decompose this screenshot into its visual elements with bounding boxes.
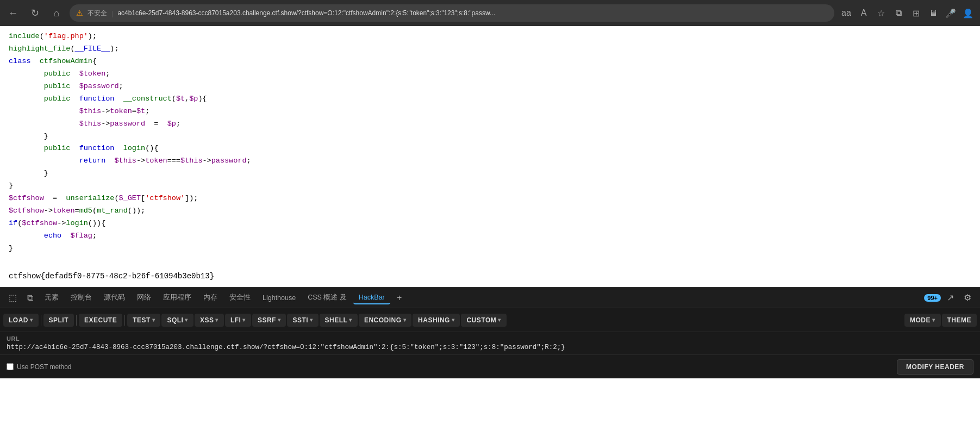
- browser-actions: аа A ☆ ⧉ ⊞ 🖥 🎤 👤: [839, 5, 976, 21]
- code-line: $ctfshow = unserialize($_GET['ctfshow'])…: [9, 192, 971, 205]
- lfi-chevron: ▾: [242, 317, 246, 323]
- tab-console[interactable]: 控制台: [65, 291, 97, 304]
- tab-memory[interactable]: 内存: [198, 291, 223, 304]
- hackbar-url-area: URL http://ac4b1c6e-25d7-4843-8963-ccc87…: [0, 332, 980, 354]
- reload-button[interactable]: ↻: [26, 4, 43, 22]
- favorites-btn[interactable]: ⊞: [908, 5, 923, 21]
- sqli-chevron: ▾: [185, 317, 188, 323]
- browser-chrome: ← ↻ ⌂ ⚠ 不安全 | ac4b1c6e-25d7-4843-8963-cc…: [0, 0, 980, 26]
- split-button[interactable]: SPLIT: [43, 314, 74, 327]
- ssrf-button[interactable]: SSRF ▾: [252, 314, 286, 327]
- not-secure-label: 不安全: [88, 9, 107, 18]
- code-line: include('flag.php');: [9, 30, 971, 43]
- theme-button[interactable]: THEME: [942, 314, 977, 327]
- separator-3: [124, 315, 125, 326]
- separator-2: [76, 315, 77, 326]
- custom-chevron: ▾: [498, 317, 501, 323]
- hackbar-toolbar: LOAD ▾ SPLIT EXECUTE TEST ▾ SQLI ▾ XSS ▾…: [0, 308, 980, 332]
- code-line: public $token;: [9, 68, 971, 80]
- flag-text: ctfshow{defad5f0-8775-48c2-b26f-61094b3e…: [9, 272, 214, 281]
- tab-application[interactable]: 应用程序: [158, 291, 197, 304]
- code-line: return $this->token===$this->password;: [9, 155, 971, 167]
- ssti-chevron: ▾: [310, 317, 313, 323]
- profile-btn[interactable]: 👤: [960, 5, 976, 21]
- tab-css-overview[interactable]: CSS 概述 及: [302, 291, 352, 304]
- sqli-button[interactable]: SQLI ▾: [161, 314, 193, 327]
- tab-network[interactable]: 网络: [132, 291, 157, 304]
- separator-1: [41, 315, 41, 326]
- tab-security[interactable]: 安全性: [224, 291, 256, 304]
- test-button[interactable]: TEST ▾: [127, 314, 160, 327]
- code-line: if($ctfshow->login()){: [9, 217, 971, 230]
- tab-elements[interactable]: 元素: [39, 291, 64, 304]
- test-chevron: ▾: [152, 317, 155, 323]
- home-button[interactable]: ⌂: [48, 4, 65, 22]
- tab-lighthouse[interactable]: Lighthouse: [257, 292, 301, 304]
- shell-button[interactable]: SHELL ▾: [320, 314, 358, 327]
- encoding-chevron: ▾: [403, 317, 407, 323]
- url-value[interactable]: http://ac4b1c6e-25d7-4843-8963-ccc87015a…: [7, 344, 973, 351]
- translate-btn[interactable]: аа: [839, 5, 854, 21]
- settings-icon[interactable]: ⚙: [959, 290, 976, 306]
- code-display: include('flag.php'); highlight_file(__FI…: [0, 26, 980, 265]
- notification-badge: 99+: [924, 294, 941, 302]
- ssrf-chevron: ▾: [278, 317, 281, 323]
- hackbar-bottom: Use POST method MODIFY HEADER: [0, 354, 980, 378]
- code-line: }: [9, 180, 971, 192]
- tab-sources[interactable]: 源代码: [98, 291, 130, 304]
- flag-area: ctfshow{defad5f0-8775-48c2-b26f-61094b3e…: [0, 265, 980, 287]
- code-line: public $password;: [9, 80, 971, 93]
- code-line: public function __construct($t,$p){: [9, 93, 971, 105]
- add-tab-btn[interactable]: +: [391, 290, 408, 306]
- voice-btn[interactable]: 🎤: [943, 5, 958, 21]
- xss-chevron: ▾: [215, 317, 219, 323]
- load-button[interactable]: LOAD ▾: [3, 314, 39, 327]
- shell-chevron: ▾: [349, 317, 352, 323]
- ssti-button[interactable]: SSTI ▾: [287, 314, 318, 327]
- code-line: $this->password = $p;: [9, 118, 971, 130]
- back-button[interactable]: ←: [4, 4, 22, 22]
- separator: |: [111, 9, 113, 17]
- devtools-bar: ⬚ ⧉ 元素 控制台 源代码 网络 应用程序 内存 安全性 Lighthouse…: [0, 287, 980, 308]
- url-label: URL: [7, 335, 973, 342]
- tab-hackbar[interactable]: HackBar: [353, 291, 390, 304]
- hashing-button[interactable]: HASHING ▾: [413, 314, 460, 327]
- encoding-button[interactable]: ENCODING ▾: [359, 314, 411, 327]
- code-line: highlight_file(__FILE__);: [9, 43, 971, 55]
- hashing-chevron: ▾: [452, 317, 455, 323]
- share-icon[interactable]: ↗: [942, 290, 958, 306]
- devtools-inspect-icon[interactable]: ⧉: [22, 290, 38, 306]
- code-line: public function login(){: [9, 142, 971, 155]
- mode-button[interactable]: MODE ▾: [904, 314, 941, 327]
- execute-button[interactable]: EXECUTE: [79, 314, 122, 327]
- mode-chevron: ▾: [932, 317, 935, 323]
- modify-header-button[interactable]: MODIFY HEADER: [897, 359, 973, 375]
- code-line: $this->token=$t;: [9, 105, 971, 118]
- lfi-button[interactable]: LFI ▾: [225, 314, 251, 327]
- warning-icon: ⚠: [76, 9, 83, 17]
- use-post-checkbox[interactable]: [7, 363, 14, 370]
- address-bar[interactable]: ⚠ 不安全 | ac4b1c6e-25d7-4843-8963-ccc87015…: [70, 4, 834, 22]
- code-line: class ctfshowAdmin{: [9, 55, 971, 68]
- bookmark-btn[interactable]: ☆: [873, 5, 889, 21]
- reader-btn[interactable]: A: [856, 5, 871, 21]
- xss-button[interactable]: XSS ▾: [195, 314, 224, 327]
- code-line: echo $flag;: [9, 230, 971, 242]
- extensions-btn[interactable]: ⧉: [891, 5, 906, 21]
- code-line: }: [9, 130, 971, 143]
- devtools-dock-icon[interactable]: ⬚: [4, 290, 21, 306]
- code-line: }: [9, 167, 971, 180]
- load-chevron: ▾: [30, 317, 33, 323]
- custom-button[interactable]: CUSTOM ▾: [461, 314, 506, 327]
- url-display: ac4b1c6e-25d7-4843-8963-ccc87015a203.cha…: [117, 9, 828, 17]
- use-post-label[interactable]: Use POST method: [7, 363, 72, 371]
- code-line: $ctfshow->token=md5(mt_rand());: [9, 205, 971, 217]
- collections-btn[interactable]: 🖥: [926, 5, 941, 21]
- code-line: }: [9, 242, 971, 255]
